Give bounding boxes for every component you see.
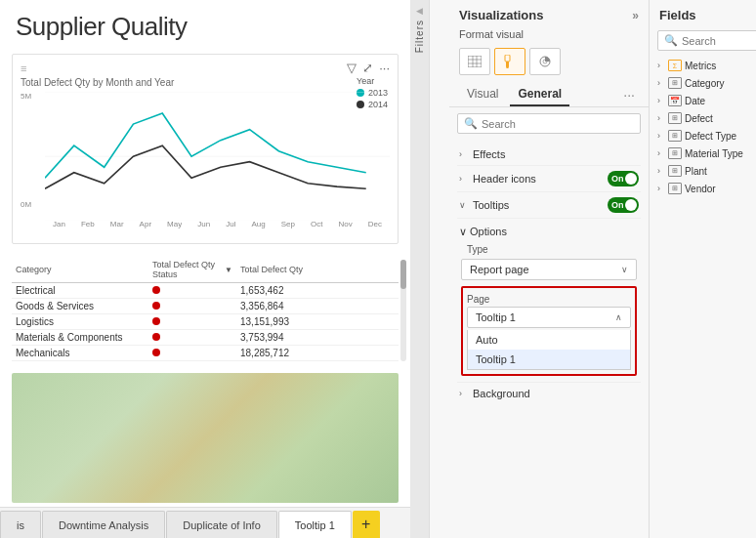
background-label: Background xyxy=(473,388,639,399)
fields-search-box[interactable]: 🔍 xyxy=(657,30,756,51)
paint-format-icon[interactable] xyxy=(494,48,525,75)
field-icon-metrics: Σ xyxy=(668,60,682,71)
page-label: Page xyxy=(467,292,631,307)
header-icons-section[interactable]: › Header icons On xyxy=(457,166,641,192)
filter-arrow-up[interactable]: ◀ xyxy=(416,6,423,16)
y-label-5m: 5M xyxy=(21,92,31,101)
chart-toolbar: ≡ ▽ ⤢ ··· xyxy=(21,61,390,75)
search-icon: 🔍 xyxy=(464,117,478,130)
analytics-svg xyxy=(538,56,552,67)
page-section: Page Tooltip 1 ∧ Auto Tooltip 1 xyxy=(461,286,637,376)
table-grid-svg xyxy=(468,56,482,67)
cell-status xyxy=(148,348,236,358)
field-plant[interactable]: › ⊞ Plant xyxy=(653,162,756,180)
sort-icon[interactable]: ▼ xyxy=(225,266,232,274)
viz-panel-header: Visualizations » xyxy=(449,0,649,26)
cell-category: Mechanicals xyxy=(12,348,148,358)
col-header-status: Total Defect Qty Status ▼ xyxy=(148,260,236,279)
tab-general[interactable]: General xyxy=(510,83,569,106)
tooltips-section[interactable]: ∨ Tooltips On xyxy=(457,192,641,219)
tab-add-button[interactable]: + xyxy=(353,511,380,538)
page-dropdown[interactable]: Tooltip 1 ∧ xyxy=(467,307,631,328)
type-dropdown[interactable]: Report page ∨ xyxy=(461,259,637,280)
more-icon[interactable]: ··· xyxy=(379,61,390,75)
cell-qty: 18,285,712 xyxy=(236,348,324,358)
effects-section[interactable]: › Effects xyxy=(457,144,641,166)
field-expand-icon: › xyxy=(657,166,665,176)
tooltips-chevron: ∨ xyxy=(459,200,469,210)
option-auto[interactable]: Auto xyxy=(468,330,630,350)
y-label-0m: 0M xyxy=(21,200,31,209)
field-expand-icon: › xyxy=(657,78,665,88)
cell-qty: 13,151,993 xyxy=(236,316,324,327)
viz-search-box[interactable]: 🔍 xyxy=(457,113,641,134)
field-vendor[interactable]: › ⊞ Vendor xyxy=(653,180,756,197)
expand-panels-icon[interactable]: » xyxy=(632,9,639,22)
background-chevron: › xyxy=(459,389,469,398)
tab-duplicate[interactable]: Duplicate of Info xyxy=(166,511,277,538)
chart-visual[interactable]: ≡ ▽ ⤢ ··· Total Defect Qty by Month and … xyxy=(12,54,399,244)
field-label-defect: Defect xyxy=(685,113,713,124)
field-icon-vendor: ⊞ xyxy=(668,183,682,194)
field-metrics[interactable]: › Σ Metrics xyxy=(653,57,756,74)
report-title: Supplier Quality xyxy=(16,12,395,42)
paintbrush-svg xyxy=(503,55,517,68)
table-scrollbar[interactable] xyxy=(400,260,406,361)
field-defect[interactable]: › ⊞ Defect xyxy=(653,109,756,127)
field-expand-icon: › xyxy=(657,113,665,123)
field-defect-type[interactable]: › ⊞ Defect Type xyxy=(653,127,756,145)
field-label-material-type: Material Type xyxy=(685,148,743,159)
analytics-format-icon[interactable] xyxy=(529,48,561,75)
filter-icon[interactable]: ▽ xyxy=(347,61,357,75)
cell-category: Electrical xyxy=(12,285,148,296)
field-material-type[interactable]: › ⊞ Material Type xyxy=(653,145,756,162)
svg-rect-3 xyxy=(468,56,482,67)
effects-label: Effects xyxy=(473,148,639,160)
tab-downtime[interactable]: Downtime Analysis xyxy=(42,511,165,538)
filters-label[interactable]: Filters xyxy=(414,20,425,53)
legend-title: Year xyxy=(357,76,388,86)
chart-toolbar-icons: ▽ ⤢ ··· xyxy=(347,61,390,75)
field-category[interactable]: › ⊞ Category xyxy=(653,74,756,92)
field-date[interactable]: › 📅 Date xyxy=(653,92,756,109)
viz-search-input[interactable] xyxy=(482,118,634,130)
field-icon-plant: ⊞ xyxy=(668,165,682,177)
table-format-icon[interactable] xyxy=(459,48,490,75)
toggle-knob2 xyxy=(625,199,637,211)
background-section[interactable]: › Background xyxy=(457,382,641,404)
tab-is[interactable]: is xyxy=(0,511,41,538)
tab-bar: is Downtime Analysis Duplicate of Info T… xyxy=(0,507,410,538)
format-visual-label: Format visual xyxy=(449,26,649,44)
cell-status xyxy=(148,332,236,343)
expand-icon[interactable]: ⤢ xyxy=(362,61,373,75)
fields-search-input[interactable] xyxy=(682,35,756,47)
field-label-defect-type: Defect Type xyxy=(685,131,736,142)
table-row: Goods & Services 3,356,864 xyxy=(12,299,399,314)
svg-point-10 xyxy=(506,65,509,68)
type-dropdown-chevron: ∨ xyxy=(621,265,628,274)
filters-strip[interactable]: ◀ Filters xyxy=(410,0,430,538)
tab-tooltip1[interactable]: Tooltip 1 xyxy=(278,511,352,538)
report-canvas: Supplier Quality ≡ ▽ ⤢ ··· Total Defect … xyxy=(0,0,410,538)
cell-category: Materials & Components xyxy=(12,332,148,343)
tab-more[interactable]: ··· xyxy=(619,83,639,106)
table-row: Electrical 1,653,462 xyxy=(12,283,399,299)
field-label-category: Category xyxy=(685,78,725,89)
field-label-plant: Plant xyxy=(685,166,707,177)
effects-chevron: › xyxy=(459,149,469,159)
toggle-on-label: On xyxy=(611,174,624,184)
tab-visual[interactable]: Visual xyxy=(459,83,506,106)
page-dropdown-text: Tooltip 1 xyxy=(476,311,516,323)
viz-panel-expand[interactable]: » xyxy=(632,9,639,22)
cell-category: Logistics xyxy=(12,316,148,327)
right-panels: Visualizations » Format visual xyxy=(430,0,756,538)
option-tooltip1[interactable]: Tooltip 1 xyxy=(468,350,630,369)
status-dot xyxy=(152,333,160,341)
viz-content: › Effects › Header icons On ∨ xyxy=(449,140,649,538)
header-icons-toggle[interactable]: On xyxy=(608,171,639,186)
page-dropdown-chevron: ∧ xyxy=(615,312,622,322)
panels-container: Visualizations » Format visual xyxy=(449,0,756,538)
tooltips-toggle[interactable]: On xyxy=(608,197,639,213)
table-scroll-thumb[interactable] xyxy=(400,260,406,289)
cell-qty: 3,356,864 xyxy=(236,301,324,311)
